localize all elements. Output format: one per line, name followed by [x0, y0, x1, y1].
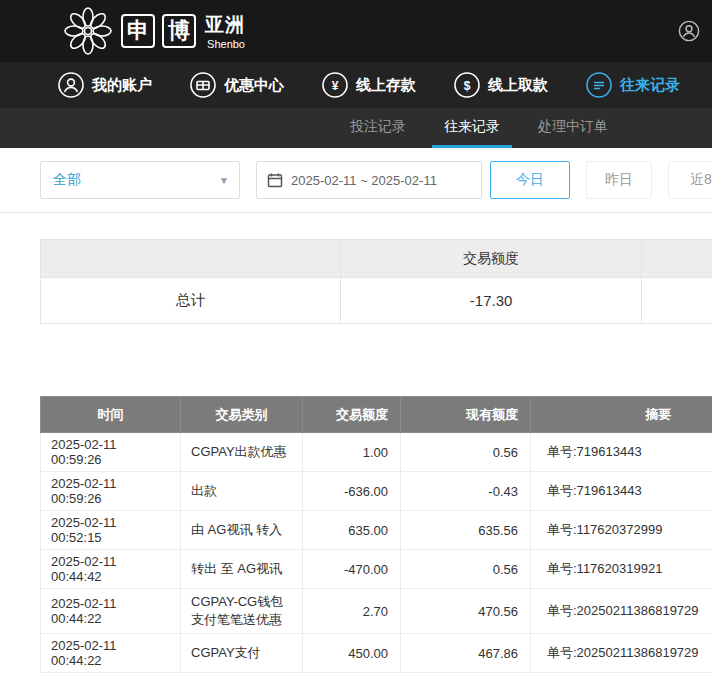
records-header-row: 时间 交易类别 交易额度 现有额度 摘要 — [41, 397, 712, 433]
logo-brand-text: Shenbo — [207, 38, 245, 50]
site-logo[interactable]: 申 博 亚洲 Shenbo — [62, 5, 245, 57]
summary-empty-cell — [641, 278, 712, 324]
summary-header-amount: 交易额度 — [341, 240, 641, 278]
deposit-icon: ¥ — [322, 72, 348, 98]
svg-text:¥: ¥ — [332, 79, 339, 93]
table-cell: 2025-02-11 00:44:22 — [41, 634, 181, 673]
table-cell: 635.00 — [303, 511, 401, 550]
table-cell: CGPAY-CG钱包支付笔笔送优惠 — [181, 589, 303, 634]
table-cell: 635.56 — [401, 511, 531, 550]
header-summary: 摘要 — [531, 397, 712, 433]
svg-text:$: $ — [464, 79, 471, 93]
records-icon — [586, 72, 612, 98]
table-row: 2025-02-11 00:52:15由 AG视讯 转入635.00635.56… — [41, 511, 712, 550]
table-cell: 0.56 — [401, 550, 531, 589]
yesterday-button[interactable]: 昨日 — [586, 161, 652, 199]
header-amount: 交易额度 — [303, 397, 401, 433]
summary-section: 交易额度 总计 -17.30 — [40, 239, 712, 324]
table-cell: 2025-02-11 00:44:42 — [41, 550, 181, 589]
table-cell: -470.00 — [303, 550, 401, 589]
nav-label: 我的账户 — [92, 76, 152, 95]
header-type: 交易类别 — [181, 397, 303, 433]
nav-item-promotions[interactable]: 优惠中心 — [190, 72, 284, 98]
top-header: 申 博 亚洲 Shenbo — [0, 0, 712, 62]
table-cell: 2025-02-11 00:59:26 — [41, 472, 181, 511]
nav-item-my-account[interactable]: 我的账户 — [58, 72, 152, 98]
table-row: 2025-02-11 00:44:22CGPAY-CG钱包支付笔笔送优惠2.70… — [41, 589, 712, 634]
calendar-icon — [267, 172, 283, 188]
chevron-down-icon: ▼ — [219, 175, 229, 186]
table-cell: CGPAY出款优惠 — [181, 433, 303, 472]
table-cell: 单号:117620319921 — [531, 550, 712, 589]
table-cell: 450.00 — [303, 634, 401, 673]
records-section: 时间 交易类别 交易额度 现有额度 摘要 2025-02-11 00:59:26… — [40, 396, 712, 673]
date-range-picker[interactable]: 2025-02-11 ~ 2025-02-11 — [256, 161, 482, 199]
table-row: 2025-02-11 00:59:26CGPAY出款优惠1.000.56单号:7… — [41, 433, 712, 472]
filter-bar: 全部 ▼ 2025-02-11 ~ 2025-02-11 今日 昨日 近8日 — [0, 148, 712, 213]
table-cell: -0.43 — [401, 472, 531, 511]
table-cell: 470.56 — [401, 589, 531, 634]
table-cell: 2.70 — [303, 589, 401, 634]
logo-char-bo: 博 — [162, 14, 196, 48]
summary-table: 交易额度 总计 -17.30 — [40, 239, 712, 324]
summary-header-empty — [41, 240, 341, 278]
table-cell: -636.00 — [303, 472, 401, 511]
header-balance: 现有额度 — [401, 397, 531, 433]
table-cell: 1.00 — [303, 433, 401, 472]
tab-processing-orders[interactable]: 处理中订单 — [526, 108, 620, 148]
logo-region-text: 亚洲 — [205, 12, 245, 38]
table-cell: 0.56 — [401, 433, 531, 472]
summary-header-empty — [641, 240, 712, 278]
table-cell: CGPAY支付 — [181, 634, 303, 673]
tab-betting-records[interactable]: 投注记录 — [338, 108, 418, 148]
header-time: 时间 — [41, 397, 181, 433]
table-cell: 单号:719613443 — [531, 472, 712, 511]
withdraw-icon: $ — [454, 72, 480, 98]
nav-item-transaction-records[interactable]: 往来记录 — [586, 72, 680, 98]
summary-row: 总计 -17.30 — [41, 278, 712, 324]
table-cell: 2025-02-11 00:59:26 — [41, 433, 181, 472]
user-icon — [58, 72, 84, 98]
main-nav: 我的账户 优惠中心 ¥ 线上存款 $ 线上取款 往来记录 — [0, 62, 712, 108]
table-cell: 2025-02-11 00:52:15 — [41, 511, 181, 550]
nav-label: 线上存款 — [356, 76, 416, 95]
nav-label: 优惠中心 — [224, 76, 284, 95]
summary-total-label: 总计 — [41, 278, 341, 324]
nav-item-deposit[interactable]: ¥ 线上存款 — [322, 72, 416, 98]
table-row: 2025-02-11 00:44:22CGPAY支付450.00467.86单号… — [41, 634, 712, 673]
table-cell: 单号:20250211386819729 — [531, 589, 712, 634]
date-range-value: 2025-02-11 ~ 2025-02-11 — [291, 173, 437, 188]
logo-char-shen: 申 — [121, 14, 155, 48]
table-cell: 出款 — [181, 472, 303, 511]
summary-total-value: -17.30 — [341, 278, 641, 324]
today-button[interactable]: 今日 — [490, 161, 570, 199]
table-cell: 单号:20250211386819729 — [531, 634, 712, 673]
nav-label: 往来记录 — [620, 76, 680, 95]
account-avatar-icon[interactable] — [678, 20, 700, 42]
table-cell: 单号:117620372999 — [531, 511, 712, 550]
table-cell: 467.86 — [401, 634, 531, 673]
table-row: 2025-02-11 00:59:26出款-636.00-0.43单号:7196… — [41, 472, 712, 511]
table-cell: 由 AG视讯 转入 — [181, 511, 303, 550]
table-cell: 单号:719613443 — [531, 433, 712, 472]
nav-item-withdraw[interactable]: $ 线上取款 — [454, 72, 548, 98]
flower-logo-icon — [62, 5, 114, 57]
sub-nav: 投注记录 往来记录 处理中订单 — [0, 108, 712, 148]
nav-label: 线上取款 — [488, 76, 548, 95]
promo-icon — [190, 72, 216, 98]
table-cell: 2025-02-11 00:44:22 — [41, 589, 181, 634]
tab-transaction-records[interactable]: 往来记录 — [432, 108, 512, 148]
last-8-days-button[interactable]: 近8日 — [668, 161, 712, 199]
type-dropdown[interactable]: 全部 ▼ — [40, 161, 240, 199]
type-dropdown-value: 全部 — [53, 171, 81, 189]
table-cell: 转出 至 AG视讯 — [181, 550, 303, 589]
records-table: 时间 交易类别 交易额度 现有额度 摘要 2025-02-11 00:59:26… — [40, 396, 712, 673]
table-row: 2025-02-11 00:44:42转出 至 AG视讯-470.000.56单… — [41, 550, 712, 589]
